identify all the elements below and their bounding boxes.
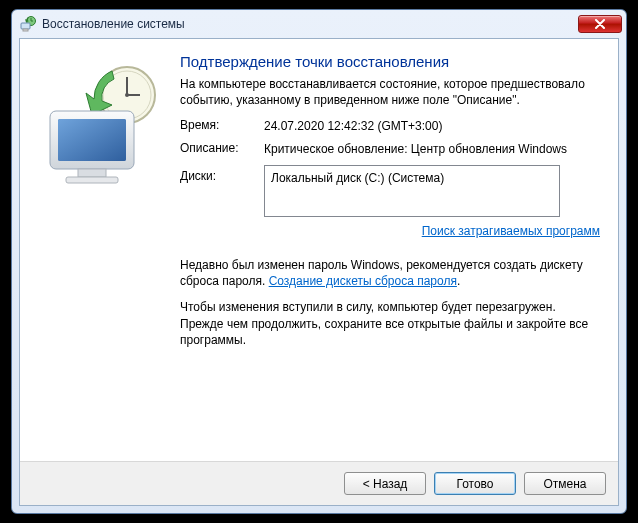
field-description: Описание: Критическое обновление: Центр … [180, 141, 602, 157]
right-column: Подтверждение точки восстановления На ко… [180, 53, 602, 451]
note-text-after: . [457, 274, 460, 288]
svg-rect-1 [21, 23, 30, 29]
password-reset-note: Недавно был изменен пароль Windows, реко… [180, 257, 602, 289]
description-label: Описание: [180, 141, 264, 155]
cancel-button[interactable]: Отмена [524, 472, 606, 495]
field-time: Время: 24.07.2020 12:42:32 (GMT+3:00) [180, 118, 602, 134]
time-label: Время: [180, 118, 264, 132]
disks-container: Локальный диск (C:) (Система) Поиск затр… [264, 165, 602, 239]
button-bar: < Назад Готово Отмена [20, 461, 618, 505]
scan-affected-programs-link[interactable]: Поиск затрагиваемых программ [422, 224, 600, 238]
restart-warning: Чтобы изменения вступили в силу, компьют… [180, 299, 602, 348]
system-restore-icon [20, 16, 36, 32]
close-icon [594, 19, 606, 29]
time-value: 24.07.2020 12:42:32 (GMT+3:00) [264, 118, 602, 134]
create-password-reset-disk-link[interactable]: Создание дискеты сброса пароля [269, 274, 457, 288]
wizard-window: Восстановление системы [11, 9, 627, 514]
titlebar: Восстановление системы [12, 10, 626, 38]
finish-button[interactable]: Готово [434, 472, 516, 495]
content: Подтверждение точки восстановления На ко… [20, 39, 618, 461]
back-button[interactable]: < Назад [344, 472, 426, 495]
page-heading: Подтверждение точки восстановления [180, 53, 602, 70]
svg-point-7 [125, 93, 129, 97]
svg-rect-11 [78, 169, 106, 177]
close-button[interactable] [578, 15, 622, 33]
client-area: Подтверждение точки восстановления На ко… [19, 38, 619, 506]
window-title: Восстановление системы [42, 17, 578, 31]
field-disks: Диски: Локальный диск (C:) (Система) Пои… [180, 165, 602, 239]
disks-listbox[interactable]: Локальный диск (C:) (Система) [264, 165, 560, 217]
left-column [32, 53, 180, 451]
disks-label: Диски: [180, 165, 264, 183]
svg-rect-2 [23, 29, 28, 31]
intro-text: На компьютере восстанавливается состояни… [180, 76, 602, 108]
description-value: Критическое обновление: Центр обновления… [264, 141, 602, 157]
system-restore-graphic-icon [32, 59, 172, 199]
disk-item: Локальный диск (C:) (Система) [271, 171, 444, 185]
svg-rect-12 [66, 177, 118, 183]
svg-rect-10 [58, 119, 126, 161]
